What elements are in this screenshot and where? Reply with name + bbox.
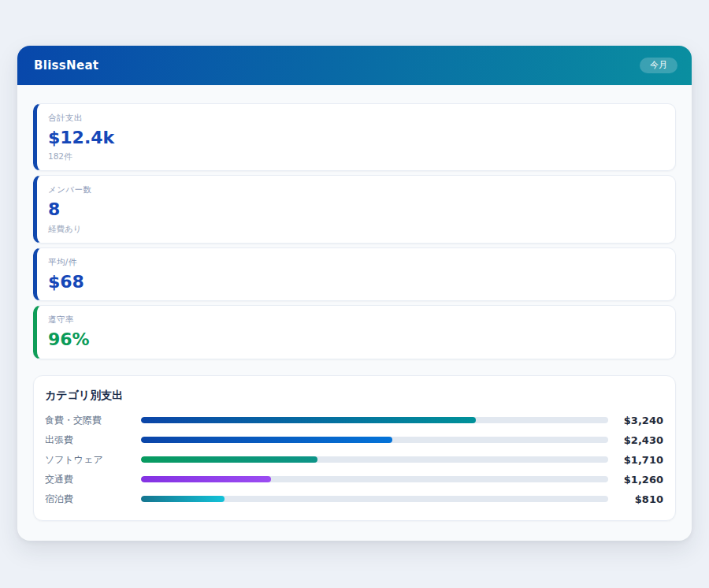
stat-subtext: 182件 [48,151,661,162]
stat-value: 96% [48,329,661,350]
category-amount: $810 [618,493,663,505]
bar-fill [141,476,271,482]
category-label: 宿泊費 [45,493,141,506]
category-row: 交通費 $1,260 [45,470,663,489]
bar-track [141,496,608,502]
stat-label: メンバー数 [48,184,661,195]
bar-track [141,456,608,463]
stat-value: $12.4k [48,128,661,148]
bar-fill [141,496,225,502]
dashboard-card: BlissNeat 今月 合計支出 $12.4k 182件 メンバー数 8 経費… [17,46,692,541]
bar-track [141,476,608,482]
bar-fill [141,437,392,443]
app-title: BlissNeat [34,58,98,73]
category-amount: $2,430 [618,434,663,446]
stat-label: 遵守率 [48,314,661,326]
app-header: BlissNeat 今月 [17,46,692,85]
category-label: ソフトウェア [45,453,141,467]
stat-label: 合計支出 [48,113,661,124]
stat-card-member-count: メンバー数 8 経費あり [33,175,676,243]
category-row: 食費・交際費 $3,240 [45,411,663,430]
dashboard-content: 合計支出 $12.4k 182件 メンバー数 8 経費あり 平均/件 $68 遵… [17,85,692,521]
category-row: 宿泊費 $810 [45,489,663,509]
stat-subtext: 経費あり [48,224,661,235]
category-label: 交通費 [45,473,141,486]
category-breakdown-card: カテゴリ別支出 食費・交際費 $3,240 出張費 $2,430 ソフトウェア … [33,375,676,521]
category-amount: $1,260 [618,474,663,486]
stat-card-average-per-item: 平均/件 $68 [33,247,676,301]
bar-track [141,417,608,423]
bar-fill [141,417,476,423]
category-amount: $1,710 [618,454,663,466]
category-amount: $3,240 [618,415,663,426]
category-label: 食費・交際費 [45,414,141,427]
stat-value: $68 [48,272,661,292]
bar-fill [141,456,317,463]
category-label: 出張費 [45,434,141,447]
bar-track [141,437,608,443]
stat-value: 8 [48,199,661,220]
period-badge[interactable]: 今月 [640,58,677,73]
stat-label: 平均/件 [48,257,661,268]
category-breakdown-title: カテゴリ別支出 [45,389,663,403]
category-row: ソフトウェア $1,710 [45,450,663,470]
stat-card-compliance-rate: 遵守率 96% [33,305,676,359]
stat-card-total-spend: 合計支出 $12.4k 182件 [33,103,676,171]
category-row: 出張費 $2,430 [45,430,663,450]
